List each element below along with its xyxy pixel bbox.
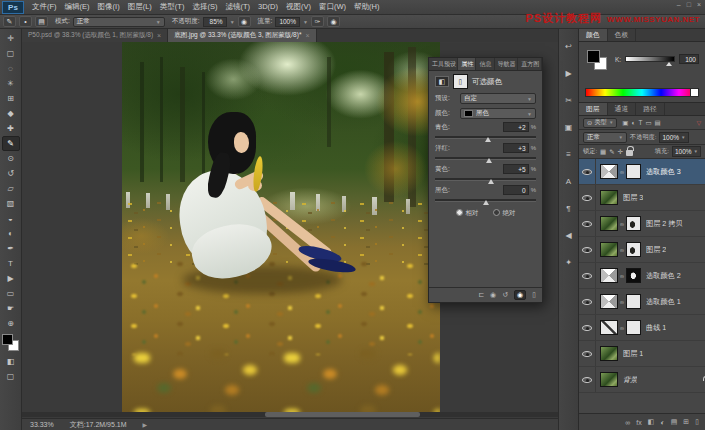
zoom-tool-icon[interactable]: ⊕ <box>2 316 20 331</box>
layer-thumbnail[interactable] <box>600 242 618 257</box>
panel-tab[interactable]: 导航器 <box>495 58 519 70</box>
toggle-brush-panel-icon[interactable]: ▤ <box>35 16 48 27</box>
visibility-cell[interactable] <box>579 263 596 288</box>
close-icon[interactable]: × <box>305 32 309 39</box>
airbrush-icon[interactable]: ✑ <box>311 16 324 27</box>
lock-position-icon[interactable]: ✛ <box>618 148 623 156</box>
status-options-arrow[interactable]: ▶ <box>143 421 148 428</box>
layer-mask-thumbnail[interactable] <box>626 320 641 335</box>
delete-adjustment-icon[interactable]: ▯ <box>532 291 536 299</box>
gradient-tool-icon[interactable]: ▧ <box>2 196 20 211</box>
eyedropper-tool-icon[interactable]: ◆ <box>2 106 20 121</box>
filter-adjustment-layers-icon[interactable]: ◐ <box>632 119 636 127</box>
layer-row[interactable]: ∞ 背景 <box>579 367 705 393</box>
pressure-opacity-icon[interactable]: ◉ <box>238 16 251 27</box>
layer-row[interactable]: ∞ 图层 2 拷贝 <box>579 211 705 237</box>
preset-select[interactable]: 自定 ▼ <box>460 93 536 104</box>
collapse-panel-icon[interactable]: ◀ <box>561 228 577 242</box>
document-tab[interactable]: 底图.jpg @ 33.3% (选取颜色 3, 图层蒙版/8)* × <box>168 29 316 42</box>
layer-thumbnail[interactable] <box>600 190 618 205</box>
visibility-cell[interactable] <box>579 185 596 210</box>
layer-thumbnail[interactable] <box>600 320 618 335</box>
panel-tab[interactable]: 信息 <box>476 58 494 70</box>
panel-tab[interactable]: 图层 <box>579 103 608 115</box>
foreground-color-swatch[interactable] <box>2 334 13 345</box>
visibility-cell[interactable] <box>579 315 596 340</box>
filter-type-select[interactable]: ⊙ 类型 ▼ <box>583 118 617 128</box>
previous-state-eye-icon[interactable]: ◉ <box>490 291 496 299</box>
color-spectrum-ramp[interactable] <box>585 88 699 97</box>
k-value-input[interactable]: 100 <box>679 54 699 64</box>
dodge-tool-icon[interactable]: ◐ <box>2 226 20 241</box>
styles-panel-icon[interactable]: ≡ <box>561 147 577 161</box>
slider-thumb[interactable] <box>486 158 492 163</box>
menu-item[interactable]: 帮助(H) <box>350 0 383 14</box>
layer-row[interactable]: ∞ 选取颜色 3 <box>579 159 705 185</box>
panel-tab[interactable]: 直方图 <box>518 58 542 70</box>
new-adjustment-layer-icon[interactable]: ◐ <box>660 419 664 426</box>
panel-tab[interactable]: 通道 <box>608 103 637 115</box>
adjustments-panel-icon[interactable]: ▣ <box>561 120 577 134</box>
lock-all-icon[interactable] <box>626 150 633 156</box>
filter-smart-objects-icon[interactable]: ▤ <box>655 119 661 127</box>
layer-style-icon[interactable]: fx <box>636 419 641 426</box>
panel-tab[interactable]: 颜色 <box>579 29 608 41</box>
path-selection-tool-icon[interactable]: ▶ <box>2 271 20 286</box>
slider-value-input[interactable]: +5 <box>503 164 529 174</box>
eraser-tool-icon[interactable]: ▱ <box>2 181 20 196</box>
slider-value-input[interactable]: 0 <box>503 185 529 195</box>
reset-icon[interactable]: ↺ <box>502 291 508 299</box>
pressure-size-icon[interactable]: ◉ <box>327 16 340 27</box>
quick-mask-icon[interactable]: ◧ <box>2 354 20 369</box>
actions-panel-icon[interactable]: ▶ <box>561 66 577 80</box>
menu-item[interactable]: 类型(T) <box>156 0 189 14</box>
menu-item[interactable]: 编辑(E) <box>61 0 94 14</box>
slider-thumb[interactable] <box>488 179 494 184</box>
window-control-button[interactable]: □ <box>687 1 691 8</box>
shape-tool-icon[interactable]: ▭ <box>2 286 20 301</box>
add-mask-icon[interactable]: ◧ <box>648 418 655 426</box>
layer-row[interactable]: ∞ 选取颜色 2 <box>579 263 705 289</box>
layer-thumbnail[interactable] <box>600 268 618 283</box>
pen-tool-icon[interactable]: ✒ <box>2 241 20 256</box>
opacity-dropdown-arrow[interactable]: ▼ <box>230 19 235 25</box>
panel-tab[interactable]: 色板 <box>608 29 637 41</box>
slider-value-input[interactable]: +3 <box>503 143 529 153</box>
blur-tool-icon[interactable]: ◒ <box>2 211 20 226</box>
type-tool-icon[interactable]: T <box>2 256 20 271</box>
lock-pixels-icon[interactable]: ✎ <box>609 148 614 156</box>
horizontal-scrollbar[interactable] <box>22 412 558 417</box>
layer-thumbnail[interactable] <box>600 372 618 387</box>
colors-select[interactable]: 黑色 ▼ <box>460 108 536 119</box>
layer-row[interactable]: ∞ 图层 1 <box>579 341 705 367</box>
menu-item[interactable]: 图像(I) <box>94 0 124 14</box>
filter-toggle-icon[interactable]: ▽ <box>696 119 701 126</box>
layer-thumbnail[interactable] <box>600 216 618 231</box>
menu-item[interactable]: 滤镜(T) <box>221 0 254 14</box>
menu-item[interactable]: 文件(F) <box>28 0 61 14</box>
new-group-icon[interactable]: ▤ <box>671 418 678 426</box>
clipping-panel-icon[interactable]: ✂ <box>561 93 577 107</box>
layer-row[interactable]: ∞ 图层 2 <box>579 237 705 263</box>
visibility-cell[interactable] <box>579 341 596 366</box>
brush-tool-preset-icon[interactable]: ✎ <box>3 16 16 27</box>
layer-thumbnail[interactable] <box>600 346 618 361</box>
visibility-cell[interactable] <box>579 367 596 392</box>
panel-tab[interactable]: 工具预设 <box>429 58 458 70</box>
lock-transparency-icon[interactable]: ▦ <box>600 148 606 156</box>
layer-mask-thumbnail[interactable] <box>626 164 641 179</box>
slider-track[interactable] <box>435 197 536 205</box>
flow-dropdown-arrow[interactable]: ▼ <box>303 19 308 25</box>
hand-tool-icon[interactable]: ☛ <box>2 301 20 316</box>
layer-blend-mode-select[interactable]: 正常 ▼ <box>583 132 627 143</box>
layer-opacity-input[interactable]: 100% ▼ <box>659 132 688 143</box>
filter-type-layers-icon[interactable]: T <box>638 119 642 127</box>
filter-shape-layers-icon[interactable]: ▭ <box>645 119 651 127</box>
menu-item[interactable]: 窗口(W) <box>315 0 350 14</box>
layer-row[interactable]: ∞ 选取颜色 1 <box>579 289 705 315</box>
menu-item[interactable]: 3D(D) <box>254 0 282 14</box>
screen-mode-icon[interactable]: ▢ <box>2 369 20 384</box>
visibility-cell[interactable] <box>579 289 596 314</box>
quick-selection-tool-icon[interactable]: ✳ <box>2 76 20 91</box>
foreground-color-swatch[interactable] <box>587 50 600 63</box>
